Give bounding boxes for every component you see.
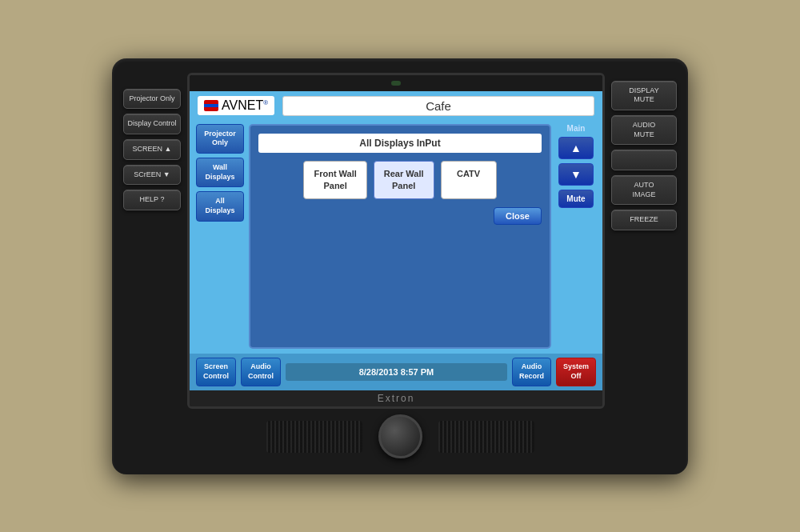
left-hardware-buttons: Projector Only Display Control SCREEN ▲ … <box>123 73 181 409</box>
wall-displays-button[interactable]: WallDisplays <box>196 158 244 187</box>
avnet-logo-text: AVNET® <box>222 98 268 113</box>
right-controls: Main ▲ ▼ Mute <box>556 124 596 350</box>
screen-main: ProjectorOnly WallDisplays AllDisplays A… <box>190 121 602 354</box>
auto-image-button[interactable]: AUTOIMAGE <box>611 175 677 205</box>
dialog-options: Front WallPanel Rear WallPanel CATV <box>258 161 542 200</box>
catv-button[interactable]: CATV <box>441 161 497 200</box>
projector-only-button[interactable]: ProjectorOnly <box>196 124 244 154</box>
mute-button[interactable]: Mute <box>558 190 594 208</box>
blank-button-1[interactable] <box>611 150 677 170</box>
screen-up-button[interactable]: SCREEN ▲ <box>123 139 181 160</box>
left-panel-buttons: ProjectorOnly WallDisplays AllDisplays <box>196 124 244 350</box>
all-displays-button[interactable]: AllDisplays <box>196 191 244 221</box>
scroll-down-button[interactable]: ▼ <box>558 163 594 186</box>
main-label: Main <box>567 124 586 133</box>
avnet-logo: AVNET® <box>198 96 274 115</box>
screen-display: AVNET® Cafe ProjectorOnly WallDisplays A… <box>190 91 602 390</box>
speaker-right-icon <box>438 421 534 453</box>
scroll-up-button[interactable]: ▲ <box>558 137 594 159</box>
screen-header: AVNET® Cafe <box>190 91 602 121</box>
volume-knob[interactable] <box>378 414 422 458</box>
display-control-button[interactable]: Display Control <box>123 114 181 134</box>
audio-control-button[interactable]: AudioControl <box>241 358 281 386</box>
audio-mute-button[interactable]: AUDIOMUTE <box>611 115 677 145</box>
system-off-button[interactable]: SystemOff <box>556 358 596 386</box>
main-content: All Displays InPut Front WallPanel Rear … <box>249 124 551 350</box>
help-button[interactable]: HELP ? <box>123 190 181 210</box>
brand-label: Extron <box>190 390 602 406</box>
datetime-display: 8/28/2013 8:57 PM <box>286 363 507 381</box>
dialog-title: All Displays InPut <box>258 134 542 153</box>
power-led <box>391 81 401 86</box>
right-hardware-buttons: DISPLAYMUTE AUDIOMUTE AUTOIMAGE FREEZE <box>611 73 677 409</box>
input-dialog: All Displays InPut Front WallPanel Rear … <box>249 124 551 350</box>
front-wall-panel-button[interactable]: Front WallPanel <box>303 161 366 200</box>
screen-control-button[interactable]: ScreenControl <box>196 358 236 386</box>
screen-container: AVNET® Cafe ProjectorOnly WallDisplays A… <box>187 73 605 409</box>
device-bottom <box>123 409 677 457</box>
avnet-name: AVNET <box>222 98 263 112</box>
rear-wall-panel-button[interactable]: Rear WallPanel <box>374 161 434 200</box>
dialog-close-row: Close <box>258 207 542 225</box>
display-mute-button[interactable]: DISPLAYMUTE <box>611 81 677 110</box>
audio-record-button[interactable]: AudioRecord <box>512 358 551 386</box>
screen-footer: ScreenControl AudioControl 8/28/2013 8:5… <box>190 354 602 390</box>
screen-down-button[interactable]: SCrEEN ▼ <box>123 165 181 186</box>
speaker-left-icon <box>266 421 362 453</box>
screen-top-bar <box>190 75 602 91</box>
projector-control-button[interactable]: Projector Only <box>123 89 181 110</box>
freeze-button[interactable]: FREEZE <box>611 210 677 230</box>
avnet-stripe-icon <box>204 100 218 111</box>
avnet-reg: ® <box>263 99 268 106</box>
extron-device: Projector Only Display Control SCREEN ▲ … <box>112 58 688 474</box>
close-button[interactable]: Close <box>494 207 542 225</box>
room-name-display: Cafe <box>282 96 594 116</box>
